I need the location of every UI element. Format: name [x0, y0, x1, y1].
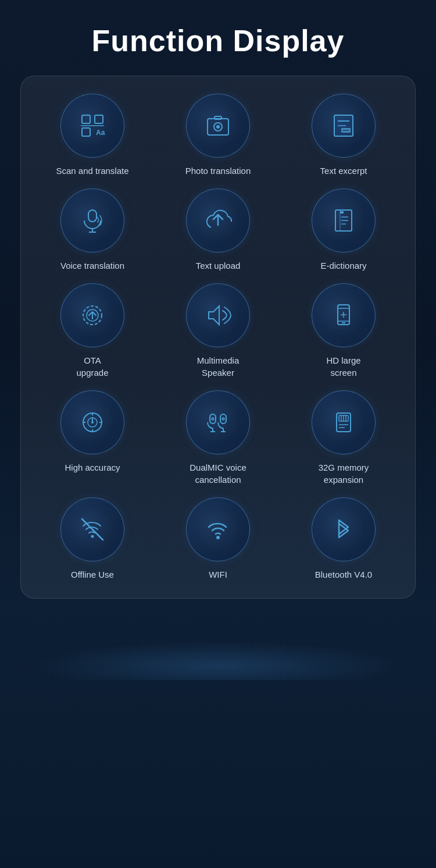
feature-label-high-accuracy: High accuracy	[65, 461, 120, 474]
feature-item-bluetooth: Bluetooth V4.0	[284, 497, 403, 581]
svg-rect-8	[215, 116, 221, 119]
bluetooth-icon	[312, 497, 376, 561]
feature-label-wifi: WIFI	[209, 568, 227, 581]
feature-item-hd-screen: HD large screen	[284, 283, 403, 379]
feature-item-high-accuracy: High accuracy	[33, 390, 152, 486]
wifi-icon	[186, 497, 250, 561]
speaker-icon	[186, 283, 250, 347]
feature-item-text-upload: Text upload	[158, 188, 278, 272]
scan-icon: Aa	[60, 94, 124, 158]
feature-item-wifi: WIFI	[158, 497, 278, 581]
feature-label-scan-translate: Scan and translate	[56, 165, 128, 177]
memory-icon	[312, 390, 376, 454]
feature-label-bluetooth: Bluetooth V4.0	[315, 568, 372, 581]
svg-point-37	[91, 421, 94, 424]
svg-rect-1	[95, 115, 103, 123]
mic-icon	[186, 390, 250, 454]
features-card: Aa Scan and translate Photo translation …	[20, 76, 416, 599]
feature-item-voice-translation: Voice translation	[33, 188, 152, 272]
feature-item-e-dictionary: E-dictionary	[284, 188, 403, 272]
svg-point-44	[211, 417, 215, 421]
page-title: Function Display	[92, 23, 345, 58]
features-grid: Aa Scan and translate Photo translation …	[33, 94, 403, 581]
svg-point-53	[91, 535, 94, 538]
feature-label-text-upload: Text upload	[196, 259, 241, 272]
svg-rect-0	[82, 115, 90, 123]
feature-item-dual-mic: DualMIC voice cancellation	[158, 390, 278, 486]
feature-label-memory: 32G memory expansion	[319, 461, 369, 486]
bottom-glow	[0, 610, 436, 680]
feature-label-hd-screen: HD large screen	[326, 354, 360, 379]
feature-item-multimedia-speaker: Multimedia Speaker	[158, 283, 278, 379]
accuracy-icon	[60, 390, 124, 454]
svg-text:Aa: Aa	[96, 129, 105, 137]
dictionary-icon	[312, 188, 376, 252]
photo-icon	[186, 94, 250, 158]
svg-point-45	[221, 417, 225, 421]
upload-icon	[186, 188, 250, 252]
feature-item-photo-translation: Photo translation	[158, 94, 278, 177]
svg-point-7	[216, 125, 220, 129]
voice-icon	[60, 188, 124, 252]
feature-label-offline: Offline Use	[71, 568, 114, 581]
svg-rect-18	[340, 211, 344, 214]
feature-label-dual-mic: DualMIC voice cancellation	[190, 461, 246, 486]
svg-point-55	[216, 536, 220, 539]
text-excerpt-icon	[312, 94, 376, 158]
feature-label-photo-translation: Photo translation	[185, 165, 251, 177]
feature-item-scan-translate: Aa Scan and translate	[33, 94, 152, 177]
feature-label-text-excerpt: Text excerpt	[320, 165, 367, 177]
ota-icon	[60, 283, 124, 347]
feature-label-voice-translation: Voice translation	[60, 259, 124, 272]
screen-icon	[312, 283, 376, 347]
feature-label-ota-upgrade: OTA upgrade	[76, 354, 108, 379]
feature-item-ota-upgrade: OTA upgrade	[33, 283, 152, 379]
feature-label-multimedia-speaker: Multimedia Speaker	[197, 354, 240, 379]
svg-rect-14	[88, 210, 97, 222]
offline-icon	[60, 497, 124, 561]
feature-label-e-dictionary: E-dictionary	[320, 259, 366, 272]
feature-item-offline: Offline Use	[33, 497, 152, 581]
feature-item-text-excerpt: Text excerpt	[284, 94, 403, 177]
svg-rect-2	[82, 128, 90, 136]
feature-item-memory: 32G memory expansion	[284, 390, 403, 486]
